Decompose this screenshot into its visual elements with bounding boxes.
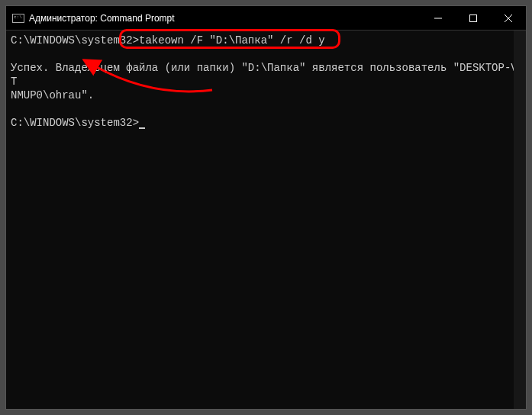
window-controls [421, 6, 526, 30]
prompt: C:\WINDOWS\system32> [11, 34, 139, 47]
maximize-button[interactable] [456, 6, 491, 30]
svg-rect-1 [470, 14, 477, 21]
command-text: takeown /F "D:\Папка" /r /d y [139, 34, 325, 47]
cursor [139, 127, 145, 129]
titlebar[interactable]: Администратор: Command Prompt [6, 6, 526, 31]
minimize-button[interactable] [421, 6, 456, 30]
output-text: NMUP0\ohrau". [11, 89, 94, 101]
prompt: C:\WINDOWS\system32> [11, 117, 139, 129]
output-text: Успех. Владельцем файла (или папки) "D:\… [11, 62, 517, 88]
terminal-area[interactable]: C:\WINDOWS\system32>takeown /F "D:\Папка… [6, 31, 526, 409]
command-prompt-window: Администратор: Command Prompt C:\WINDOWS… [5, 5, 527, 410]
close-button[interactable] [491, 6, 526, 30]
window-title: Администратор: Command Prompt [29, 13, 421, 24]
scrollbar[interactable] [514, 31, 526, 409]
cmd-icon [12, 14, 24, 23]
